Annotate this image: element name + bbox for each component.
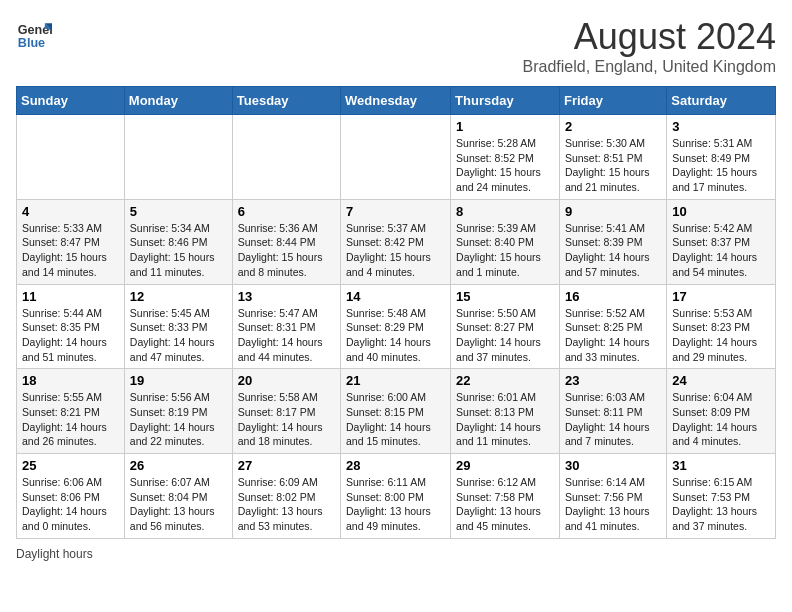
day-cell: 15Sunrise: 5:50 AM Sunset: 8:27 PM Dayli… bbox=[451, 284, 560, 369]
day-number: 4 bbox=[22, 204, 119, 219]
day-info: Sunrise: 6:04 AM Sunset: 8:09 PM Dayligh… bbox=[672, 390, 770, 449]
day-number: 9 bbox=[565, 204, 661, 219]
day-info: Sunrise: 5:37 AM Sunset: 8:42 PM Dayligh… bbox=[346, 221, 445, 280]
week-row-4: 18Sunrise: 5:55 AM Sunset: 8:21 PM Dayli… bbox=[17, 369, 776, 454]
col-header-tuesday: Tuesday bbox=[232, 87, 340, 115]
col-header-sunday: Sunday bbox=[17, 87, 125, 115]
calendar-table: SundayMondayTuesdayWednesdayThursdayFrid… bbox=[16, 86, 776, 539]
day-number: 21 bbox=[346, 373, 445, 388]
day-number: 31 bbox=[672, 458, 770, 473]
day-info: Sunrise: 6:00 AM Sunset: 8:15 PM Dayligh… bbox=[346, 390, 445, 449]
day-cell: 14Sunrise: 5:48 AM Sunset: 8:29 PM Dayli… bbox=[341, 284, 451, 369]
day-number: 1 bbox=[456, 119, 554, 134]
day-cell: 3Sunrise: 5:31 AM Sunset: 8:49 PM Daylig… bbox=[667, 115, 776, 200]
day-info: Sunrise: 5:48 AM Sunset: 8:29 PM Dayligh… bbox=[346, 306, 445, 365]
day-info: Sunrise: 6:11 AM Sunset: 8:00 PM Dayligh… bbox=[346, 475, 445, 534]
col-header-thursday: Thursday bbox=[451, 87, 560, 115]
day-cell: 24Sunrise: 6:04 AM Sunset: 8:09 PM Dayli… bbox=[667, 369, 776, 454]
day-info: Sunrise: 6:09 AM Sunset: 8:02 PM Dayligh… bbox=[238, 475, 335, 534]
day-cell bbox=[232, 115, 340, 200]
main-title: August 2024 bbox=[523, 16, 777, 58]
logo: General Blue bbox=[16, 16, 52, 52]
day-cell: 4Sunrise: 5:33 AM Sunset: 8:47 PM Daylig… bbox=[17, 199, 125, 284]
day-info: Sunrise: 5:42 AM Sunset: 8:37 PM Dayligh… bbox=[672, 221, 770, 280]
day-number: 20 bbox=[238, 373, 335, 388]
day-cell: 26Sunrise: 6:07 AM Sunset: 8:04 PM Dayli… bbox=[124, 454, 232, 539]
day-cell bbox=[17, 115, 125, 200]
day-info: Sunrise: 6:01 AM Sunset: 8:13 PM Dayligh… bbox=[456, 390, 554, 449]
day-cell: 1Sunrise: 5:28 AM Sunset: 8:52 PM Daylig… bbox=[451, 115, 560, 200]
day-cell: 2Sunrise: 5:30 AM Sunset: 8:51 PM Daylig… bbox=[559, 115, 666, 200]
day-cell: 23Sunrise: 6:03 AM Sunset: 8:11 PM Dayli… bbox=[559, 369, 666, 454]
day-info: Sunrise: 5:58 AM Sunset: 8:17 PM Dayligh… bbox=[238, 390, 335, 449]
day-info: Sunrise: 5:33 AM Sunset: 8:47 PM Dayligh… bbox=[22, 221, 119, 280]
day-cell: 18Sunrise: 5:55 AM Sunset: 8:21 PM Dayli… bbox=[17, 369, 125, 454]
day-cell: 29Sunrise: 6:12 AM Sunset: 7:58 PM Dayli… bbox=[451, 454, 560, 539]
day-info: Sunrise: 5:34 AM Sunset: 8:46 PM Dayligh… bbox=[130, 221, 227, 280]
svg-text:Blue: Blue bbox=[18, 36, 45, 50]
day-info: Sunrise: 5:28 AM Sunset: 8:52 PM Dayligh… bbox=[456, 136, 554, 195]
day-cell bbox=[341, 115, 451, 200]
day-number: 8 bbox=[456, 204, 554, 219]
day-number: 16 bbox=[565, 289, 661, 304]
title-area: August 2024 Bradfield, England, United K… bbox=[523, 16, 777, 76]
day-info: Sunrise: 5:39 AM Sunset: 8:40 PM Dayligh… bbox=[456, 221, 554, 280]
day-number: 12 bbox=[130, 289, 227, 304]
day-number: 27 bbox=[238, 458, 335, 473]
day-number: 3 bbox=[672, 119, 770, 134]
day-number: 24 bbox=[672, 373, 770, 388]
day-cell: 5Sunrise: 5:34 AM Sunset: 8:46 PM Daylig… bbox=[124, 199, 232, 284]
logo-icon: General Blue bbox=[16, 16, 52, 52]
day-number: 17 bbox=[672, 289, 770, 304]
day-info: Sunrise: 6:14 AM Sunset: 7:56 PM Dayligh… bbox=[565, 475, 661, 534]
day-number: 15 bbox=[456, 289, 554, 304]
day-info: Sunrise: 5:53 AM Sunset: 8:23 PM Dayligh… bbox=[672, 306, 770, 365]
day-number: 13 bbox=[238, 289, 335, 304]
day-number: 7 bbox=[346, 204, 445, 219]
daylight-hours-label: Daylight hours bbox=[16, 547, 93, 561]
day-cell: 6Sunrise: 5:36 AM Sunset: 8:44 PM Daylig… bbox=[232, 199, 340, 284]
page-header: General Blue August 2024 Bradfield, Engl… bbox=[16, 16, 776, 76]
day-number: 19 bbox=[130, 373, 227, 388]
week-row-3: 11Sunrise: 5:44 AM Sunset: 8:35 PM Dayli… bbox=[17, 284, 776, 369]
day-cell: 28Sunrise: 6:11 AM Sunset: 8:00 PM Dayli… bbox=[341, 454, 451, 539]
day-cell: 22Sunrise: 6:01 AM Sunset: 8:13 PM Dayli… bbox=[451, 369, 560, 454]
day-number: 14 bbox=[346, 289, 445, 304]
day-info: Sunrise: 5:47 AM Sunset: 8:31 PM Dayligh… bbox=[238, 306, 335, 365]
footer-note: Daylight hours bbox=[16, 547, 776, 561]
day-info: Sunrise: 5:36 AM Sunset: 8:44 PM Dayligh… bbox=[238, 221, 335, 280]
day-cell: 30Sunrise: 6:14 AM Sunset: 7:56 PM Dayli… bbox=[559, 454, 666, 539]
day-number: 26 bbox=[130, 458, 227, 473]
day-info: Sunrise: 5:41 AM Sunset: 8:39 PM Dayligh… bbox=[565, 221, 661, 280]
day-cell: 11Sunrise: 5:44 AM Sunset: 8:35 PM Dayli… bbox=[17, 284, 125, 369]
day-cell: 20Sunrise: 5:58 AM Sunset: 8:17 PM Dayli… bbox=[232, 369, 340, 454]
day-number: 11 bbox=[22, 289, 119, 304]
day-number: 29 bbox=[456, 458, 554, 473]
day-number: 2 bbox=[565, 119, 661, 134]
day-info: Sunrise: 6:06 AM Sunset: 8:06 PM Dayligh… bbox=[22, 475, 119, 534]
day-cell: 27Sunrise: 6:09 AM Sunset: 8:02 PM Dayli… bbox=[232, 454, 340, 539]
day-cell bbox=[124, 115, 232, 200]
day-number: 6 bbox=[238, 204, 335, 219]
day-number: 28 bbox=[346, 458, 445, 473]
day-info: Sunrise: 5:31 AM Sunset: 8:49 PM Dayligh… bbox=[672, 136, 770, 195]
day-info: Sunrise: 5:55 AM Sunset: 8:21 PM Dayligh… bbox=[22, 390, 119, 449]
day-cell: 17Sunrise: 5:53 AM Sunset: 8:23 PM Dayli… bbox=[667, 284, 776, 369]
day-cell: 16Sunrise: 5:52 AM Sunset: 8:25 PM Dayli… bbox=[559, 284, 666, 369]
day-cell: 12Sunrise: 5:45 AM Sunset: 8:33 PM Dayli… bbox=[124, 284, 232, 369]
day-number: 25 bbox=[22, 458, 119, 473]
day-number: 5 bbox=[130, 204, 227, 219]
day-cell: 13Sunrise: 5:47 AM Sunset: 8:31 PM Dayli… bbox=[232, 284, 340, 369]
day-cell: 9Sunrise: 5:41 AM Sunset: 8:39 PM Daylig… bbox=[559, 199, 666, 284]
day-number: 22 bbox=[456, 373, 554, 388]
day-info: Sunrise: 5:50 AM Sunset: 8:27 PM Dayligh… bbox=[456, 306, 554, 365]
day-cell: 10Sunrise: 5:42 AM Sunset: 8:37 PM Dayli… bbox=[667, 199, 776, 284]
subtitle: Bradfield, England, United Kingdom bbox=[523, 58, 777, 76]
day-cell: 25Sunrise: 6:06 AM Sunset: 8:06 PM Dayli… bbox=[17, 454, 125, 539]
col-header-monday: Monday bbox=[124, 87, 232, 115]
week-row-2: 4Sunrise: 5:33 AM Sunset: 8:47 PM Daylig… bbox=[17, 199, 776, 284]
day-number: 23 bbox=[565, 373, 661, 388]
day-info: Sunrise: 6:03 AM Sunset: 8:11 PM Dayligh… bbox=[565, 390, 661, 449]
day-info: Sunrise: 5:45 AM Sunset: 8:33 PM Dayligh… bbox=[130, 306, 227, 365]
day-cell: 7Sunrise: 5:37 AM Sunset: 8:42 PM Daylig… bbox=[341, 199, 451, 284]
